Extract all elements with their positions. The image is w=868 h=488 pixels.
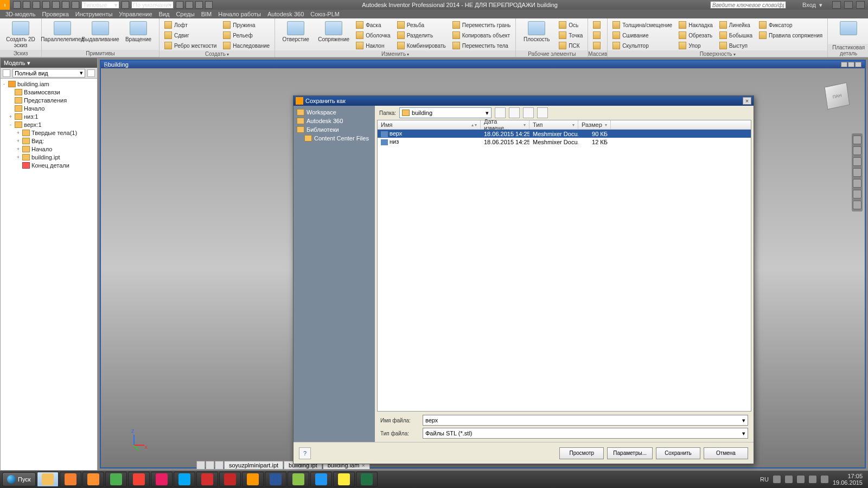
derive-button[interactable]: Наследование — [221, 41, 271, 50]
group-modify[interactable]: Изменить — [275, 50, 515, 57]
taskbar-app[interactable] — [196, 472, 218, 487]
qat-undo-icon[interactable] — [42, 1, 50, 9]
folder-combo[interactable]: building▾ — [399, 107, 492, 118]
thicken-button[interactable]: Толщина/смещение — [611, 20, 674, 30]
stitch-button[interactable]: Сшивание — [611, 30, 674, 40]
viewmode-icon[interactable] — [537, 107, 548, 118]
tray-icon[interactable] — [821, 476, 828, 483]
tab-icon[interactable] — [215, 461, 224, 470]
browser-header[interactable]: Модель — [1, 58, 97, 68]
pattern3-button[interactable] — [591, 41, 602, 50]
draft-button[interactable]: Наклон — [354, 41, 392, 50]
rule-button[interactable]: Правила сопряжения — [757, 30, 824, 40]
copyobj-button[interactable]: Копировать объект — [451, 30, 513, 40]
pattern1-button[interactable] — [591, 20, 602, 30]
maximize-button[interactable] — [844, 1, 853, 9]
taskbar-app[interactable] — [60, 472, 81, 487]
tree-node[interactable]: Начало — [1, 104, 97, 112]
taskbar-app[interactable] — [265, 472, 286, 487]
filetype-combo[interactable]: Файлы STL (*.stl)▾ — [423, 428, 748, 439]
model-tree[interactable]: -building.iamВзаимосвязиПредставленияНач… — [1, 79, 97, 470]
combine-button[interactable]: Комбинировать — [395, 41, 448, 50]
up-icon[interactable] — [509, 107, 520, 118]
nav-libraries[interactable]: Библиотеки — [295, 125, 374, 134]
loft-button[interactable]: Лофт — [163, 20, 218, 30]
dialog-titlebar[interactable]: Сохранить как × — [293, 96, 754, 106]
params-button[interactable]: Параметры... — [607, 447, 653, 459]
material-combo[interactable]: По умолчани▾ — [131, 1, 174, 9]
clock[interactable]: 17:0519.06.2015 — [833, 473, 866, 486]
filename-input[interactable]: верх▾ — [423, 415, 748, 426]
boss-button[interactable]: Бобышка — [718, 30, 754, 40]
tab-tools[interactable]: Инструменты — [75, 11, 113, 17]
taskbar-app[interactable] — [310, 472, 332, 487]
col-size[interactable]: Размер▾ — [578, 120, 611, 129]
file-list[interactable]: Имя▴ ▾ Дата измене...▾ Тип▾ Размер▾ верх… — [377, 120, 751, 412]
pattern2-button[interactable] — [591, 30, 602, 40]
point-button[interactable]: Точка — [557, 30, 584, 40]
lip-button[interactable]: Выступ — [718, 41, 754, 50]
col-name[interactable]: Имя▴ ▾ — [378, 120, 481, 129]
extrude-button[interactable]: Выдавливание — [83, 20, 118, 42]
tab-view[interactable]: Вид — [159, 11, 170, 17]
nav-orbit-icon[interactable] — [853, 146, 861, 155]
taskbar-app[interactable] — [37, 472, 59, 487]
qat-redo-icon[interactable] — [52, 1, 60, 9]
shell-button[interactable]: Оболочка — [354, 30, 392, 40]
thread-button[interactable]: Резьба — [395, 20, 448, 30]
tray-icon[interactable] — [773, 476, 781, 483]
tree-node[interactable]: +Вид: — [1, 137, 97, 145]
taskbar-app[interactable] — [105, 472, 127, 487]
file-row[interactable]: верх18.06.2015 14:25Meshmixer Docu...90 … — [378, 130, 751, 138]
tray-icon[interactable] — [785, 476, 793, 483]
nav-tool-icon[interactable] — [853, 190, 861, 198]
tab-a360[interactable]: Autodesk 360 — [267, 11, 304, 17]
help-button[interactable]: ? — [299, 447, 311, 459]
tree-node[interactable]: +Начало — [1, 145, 97, 153]
tab-manage[interactable]: Управление — [119, 11, 152, 17]
ucs-button[interactable]: ПСК — [557, 41, 584, 50]
trim-button[interactable]: Обрезать — [677, 30, 714, 40]
tree-node[interactable]: Взаимосвязи — [1, 88, 97, 96]
tab-3dmodel[interactable]: 3D-модель — [5, 11, 35, 17]
newfolder-icon[interactable] — [523, 107, 534, 118]
vp-min-button[interactable] — [841, 62, 847, 67]
group-surface[interactable]: Поверхность — [608, 50, 827, 57]
tray-icon[interactable] — [809, 476, 816, 483]
taskbar-app[interactable] — [356, 472, 378, 487]
lang-indicator[interactable]: RU — [760, 476, 769, 483]
qat-icon[interactable] — [122, 1, 129, 9]
view-combo[interactable]: Полный вид▾ — [12, 69, 85, 78]
qat-save-icon[interactable] — [33, 1, 40, 9]
plane-button[interactable]: Плоскость — [519, 20, 554, 42]
taskbar-app[interactable] — [219, 472, 241, 487]
find-icon[interactable] — [87, 69, 95, 77]
doc-tab[interactable]: soyuzplminipart.ipt — [224, 461, 283, 470]
tab-icon[interactable] — [206, 461, 214, 470]
qat-icon[interactable] — [62, 1, 69, 9]
sketch-button[interactable]: Создать 2D эскиз — [3, 20, 38, 48]
search-input[interactable] — [710, 1, 786, 9]
back-icon[interactable] — [495, 107, 506, 118]
login-link[interactable]: Вход — [802, 2, 816, 8]
taskbar-app[interactable] — [288, 472, 309, 487]
nav-workspace[interactable]: Workspace — [295, 108, 374, 117]
sweep-button[interactable]: Сдвиг — [163, 30, 218, 40]
tree-node[interactable]: +низ:1 — [1, 112, 97, 120]
cancel-button[interactable]: Отмена — [704, 447, 748, 459]
close-button[interactable] — [856, 1, 865, 9]
qat-icon[interactable] — [186, 1, 193, 9]
tree-node[interactable]: +Твердые тела(1) — [1, 129, 97, 137]
nav-contentcenter[interactable]: Content Center Files — [295, 134, 374, 143]
tab-start[interactable]: Начало работы — [218, 11, 261, 17]
movebody-button[interactable]: Переместить тела — [451, 41, 513, 50]
tree-node[interactable]: +building.ipt — [1, 153, 97, 161]
filter-icon[interactable] — [3, 69, 10, 77]
hole-button[interactable]: Отверстие — [278, 20, 313, 42]
qat-fx-icon[interactable] — [195, 1, 203, 9]
axis-button[interactable]: Ось — [557, 20, 584, 30]
ruler-button[interactable]: Линейка — [718, 20, 754, 30]
nav-pan-icon[interactable] — [853, 157, 861, 166]
file-row[interactable]: низ18.06.2015 14:25Meshmixer Docu...12 К… — [378, 138, 751, 146]
vp-max-button[interactable] — [848, 62, 854, 67]
